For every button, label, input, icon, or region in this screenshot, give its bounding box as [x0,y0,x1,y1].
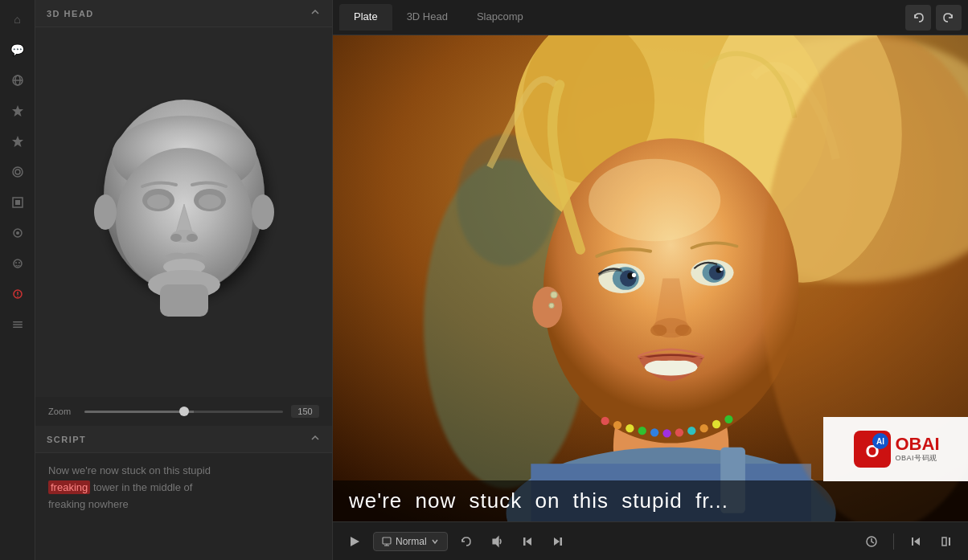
head3d-collapse-button[interactable] [310,6,321,20]
svg-rect-19 [13,327,23,329]
subtitle-word-7: fr... [695,488,728,513]
in-point-button[interactable] [904,529,928,554]
zoom-label: Zoom [48,407,76,416]
tabs-bar: Plate 3D Head Slapcomp [333,0,968,35]
svg-point-47 [589,159,720,242]
watermark-sub: OBAI号码观 [896,453,940,464]
zoom-slider[interactable] [84,411,283,413]
svg-rect-90 [560,538,562,546]
svg-point-12 [15,262,17,264]
svg-point-52 [632,273,636,277]
next-frame-button[interactable] [546,529,570,554]
script-line1: Now we're now stuck on this stupid [48,464,211,476]
svg-rect-18 [13,324,23,325]
svg-point-55 [709,265,724,280]
svg-marker-92 [914,538,920,546]
head3d-title: 3D HEAD [47,9,94,18]
face-3d-model [88,100,281,325]
svg-marker-82 [351,537,359,546]
video-viewport: we're now stuck on this stupid fr... O A… [333,35,968,521]
redo-button[interactable] [936,5,962,31]
svg-point-50 [620,270,637,287]
svg-point-75 [724,415,732,423]
script-line2: tower in the middle of [93,481,193,493]
svg-rect-88 [523,538,526,546]
script-collapse-button[interactable] [310,432,321,446]
svg-point-65 [601,417,609,425]
sidebar-star2-icon[interactable] [5,129,31,154]
watermark-brand: OBAI [896,435,940,453]
volume-button[interactable] [485,529,509,554]
sidebar-face-icon[interactable] [5,251,31,276]
undo-button[interactable] [905,5,931,31]
svg-rect-95 [949,538,950,546]
watermark: O AI OBAI OBAI号码观 [823,417,968,481]
svg-marker-3 [12,105,23,116]
tab-slapcomp[interactable]: Slapcomp [462,4,538,31]
subtitle-word-1: we're [349,488,402,513]
monitor-icon [382,537,392,546]
sidebar-globe-icon[interactable] [5,67,31,93]
script-line3: freaking nowhere [48,498,129,510]
svg-point-33 [252,194,274,230]
prev-frame-button[interactable] [515,529,539,554]
svg-point-71 [675,428,683,436]
subtitle-word-3: stuck [470,488,523,513]
tab-3dhead[interactable]: 3D Head [392,4,462,31]
sidebar: ⌂ 💬 [0,0,35,560]
view-mode-label: Normal [396,536,427,547]
svg-point-69 [650,428,658,436]
dropdown-chevron-icon [431,538,439,546]
svg-point-64 [549,303,554,308]
sidebar-view-icon[interactable] [5,159,31,185]
svg-point-57 [720,268,723,271]
script-content: Now we're now stuck on this stupid freak… [35,453,332,522]
subtitle-word-4: on [535,488,560,513]
svg-point-67 [626,424,634,432]
svg-point-29 [187,234,198,242]
svg-rect-94 [942,538,946,546]
tab-plate[interactable]: Plate [339,4,392,31]
sidebar-home-icon[interactable]: ⌂ [5,6,31,32]
svg-point-70 [662,429,671,437]
sidebar-menu-icon[interactable] [5,312,31,337]
svg-point-26 [199,194,221,209]
script-section: SCRIPT Now we're now stuck on this stupi… [35,426,332,560]
svg-rect-34 [160,284,208,317]
svg-point-66 [613,421,621,429]
subtitle-word-5: this [573,488,609,513]
svg-point-73 [700,424,708,432]
time-button[interactable] [859,529,884,554]
script-highlight-word: freaking [48,480,90,494]
zoom-value: 150 [291,405,319,418]
script-title: SCRIPT [47,435,86,444]
view-mode-dropdown[interactable]: Normal [373,532,448,551]
sidebar-box-icon[interactable] [5,190,31,215]
svg-point-63 [551,292,557,298]
svg-marker-86 [493,537,498,546]
view-tabs: Plate 3D Head Slapcomp [339,4,538,31]
tabs-actions [905,5,962,31]
loop-button[interactable] [454,529,478,554]
svg-point-10 [16,231,19,235]
svg-point-60 [675,325,692,336]
out-point-button[interactable] [934,529,958,554]
svg-point-32 [94,194,117,230]
sidebar-star1-icon[interactable] [5,98,31,124]
subtitle-word-2: now [416,488,457,513]
svg-marker-4 [12,136,23,147]
subtitle-bar: we're now stuck on this stupid fr... [333,480,968,521]
svg-point-6 [13,167,23,177]
sidebar-alert-icon[interactable] [5,281,31,307]
svg-point-24 [147,194,170,209]
subtitle-word-6: stupid [621,488,682,513]
sidebar-circle-icon[interactable] [5,220,31,246]
svg-text:AI: AI [876,437,884,446]
bottom-controls: Normal [333,521,968,560]
svg-point-59 [650,325,667,336]
svg-point-72 [687,427,695,435]
zoom-control: Zoom 150 [35,397,332,426]
svg-point-5 [15,170,20,174]
sidebar-chat-icon[interactable]: 💬 [5,37,31,63]
play-button[interactable] [342,529,367,554]
